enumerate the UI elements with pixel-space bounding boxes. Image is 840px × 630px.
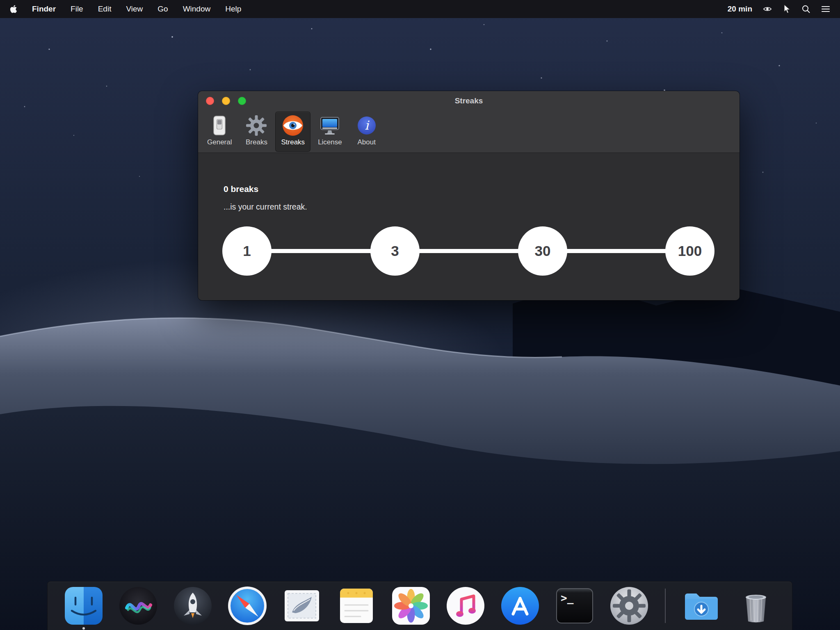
milestone-100: 100 [665,226,714,276]
milestone-value: 3 [391,243,399,259]
running-indicator [82,627,85,630]
streaks-content: 0 breaks ...is your current streak. 1 3 … [198,153,740,300]
trash-icon [735,585,776,626]
dock-item-launchpad[interactable] [172,585,213,626]
minimize-button[interactable] [222,97,230,105]
terminal-icon: >_ [554,585,595,626]
notes-icon [336,585,377,626]
window-title: Streaks [455,96,483,105]
milestone-value: 30 [535,243,551,259]
milestone-3: 3 [370,226,420,276]
tab-label: About [358,138,376,146]
tab-label: License [318,138,342,146]
light-switch-icon [208,114,231,137]
title-bar[interactable]: Streaks [198,91,740,111]
tab-license[interactable]: License [312,112,348,152]
gear-icon [245,114,268,137]
dock-item-siri[interactable] [118,585,159,626]
dock-item-trash[interactable] [735,585,776,626]
menu-view[interactable]: View [126,5,143,14]
finder-icon [63,585,104,626]
dock-item-downloads[interactable] [681,585,722,626]
menu-edit[interactable]: Edit [98,5,112,14]
preferences-toolbar: General [198,111,740,152]
app-menu-finder[interactable]: Finder [32,5,56,14]
eye-status-icon [763,6,772,12]
app-store-icon [500,585,541,626]
dock-item-photos[interactable] [390,585,431,626]
eye-icon [281,114,304,137]
tab-label: Breaks [246,138,267,146]
streak-count: 0 breaks [224,184,258,194]
svg-text:>_: >_ [561,592,574,604]
info-icon: i [355,114,378,137]
dock-item-mail[interactable] [281,585,322,626]
zoom-button[interactable] [238,97,246,105]
dock-item-itunes[interactable] [445,585,486,626]
dock-item-notes[interactable] [336,585,377,626]
dock-item-app-store[interactable] [500,585,541,626]
tab-breaks[interactable]: Breaks [239,112,274,152]
tab-streaks[interactable]: Streaks [275,112,310,152]
launchpad-icon [172,585,213,626]
tab-about[interactable]: i About [349,112,384,152]
system-preferences-icon [609,585,650,626]
tab-label: General [207,138,232,146]
dock: >_ [47,581,792,630]
close-button[interactable] [206,97,214,105]
menu-help[interactable]: Help [225,5,241,14]
milestone-value: 100 [678,243,702,259]
milestone-1: 1 [222,226,272,276]
menu-bar: Finder File Edit View Go Window Help 20 … [0,0,840,18]
spotlight-search-icon[interactable] [801,5,810,14]
milestone-value: 1 [243,243,251,259]
menu-file[interactable]: File [71,5,83,14]
downloads-folder-icon [681,585,722,626]
menu-window[interactable]: Window [183,5,211,14]
timeout-menu-item[interactable] [763,6,772,12]
timeout-timer-label[interactable]: 20 min [728,5,752,14]
dock-item-terminal[interactable]: >_ [554,585,595,626]
photos-icon [390,585,431,626]
window-header: Streaks General [198,91,740,153]
menu-go[interactable]: Go [158,5,168,14]
tab-general[interactable]: General [201,112,237,152]
streak-subtitle: ...is your current streak. [224,202,307,212]
siri-icon [118,585,159,626]
display-icon [318,114,341,137]
itunes-icon [445,585,486,626]
dock-item-finder[interactable] [63,585,104,626]
streaks-window: Streaks General [198,91,740,300]
tab-label: Streaks [281,138,305,146]
desktop: Finder File Edit View Go Window Help 20 … [0,0,840,630]
safari-icon [227,585,268,626]
milestone-30: 30 [518,226,567,276]
dock-divider [665,589,666,623]
mouse-cursor-icon [783,4,791,14]
milestone-line [247,249,690,253]
dock-item-system-preferences[interactable] [609,585,650,626]
notification-center-icon[interactable] [821,5,830,13]
dock-item-safari[interactable] [227,585,268,626]
apple-menu[interactable] [10,5,17,14]
mail-icon [281,585,322,626]
apple-icon [10,5,17,14]
